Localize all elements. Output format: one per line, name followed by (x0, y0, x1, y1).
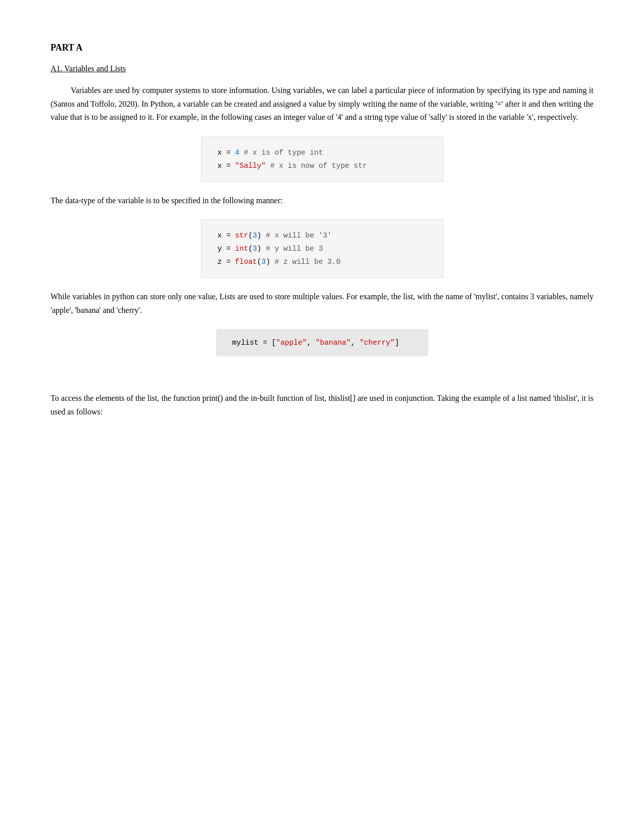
code-line-3: x = str(3) # x will be '3' (218, 229, 427, 242)
code-line-4: y = int(3) # y will be 3 (218, 242, 427, 255)
code-mylist-bracket-open: [ (272, 339, 276, 347)
code-paren-open-3: ( (257, 258, 262, 266)
code-number-3b: 3 (253, 245, 257, 253)
paragraph-4: To access the elements of the list, the … (51, 392, 593, 419)
code-func-float: float (235, 258, 257, 266)
code-line-5: z = float(3) # z will be 3.0 (218, 255, 427, 268)
code-mylist-banana: "banana" (316, 339, 351, 347)
code-string-sally: "Sally" (235, 162, 266, 170)
code-var-x3: x (218, 231, 222, 240)
section-heading: A1. Variables and Lists (51, 62, 593, 75)
code-comment-5: # z will be 3.0 (270, 258, 340, 266)
code-block-1: x = 4 # x is of type int x = "Sally" # x… (201, 136, 443, 182)
code-number-4: 4 (235, 149, 239, 157)
code-line-2: x = "Sally" # x is now of type str (218, 159, 427, 172)
code-mylist-bracket-close: ] (395, 339, 400, 347)
code-comment-1: # x is of type int (239, 149, 323, 157)
code-var-y: y (218, 245, 222, 253)
code-block-2: x = str(3) # x will be '3' y = int(3) # … (201, 219, 443, 278)
code-op-2: = (222, 162, 235, 170)
code-block-3: mylist = ["apple", "banana", "cherry"] (216, 329, 428, 356)
code-var-z: z (218, 258, 222, 266)
code-comment-3: # x will be '3' (262, 231, 332, 240)
code-comment-2: # x is now of type str (266, 162, 367, 170)
code-paren-close-3: ) (266, 258, 270, 266)
code-func-str: str (235, 231, 248, 240)
code-op-1: = (222, 149, 235, 157)
part-title: PART A (51, 40, 593, 55)
paragraph-1: Variables are used by computer systems t… (51, 84, 593, 124)
code-op-4: = (222, 245, 235, 253)
code-comment-4: # y will be 3 (262, 245, 323, 253)
paragraph-2: The data-type of the variable is to be s… (51, 194, 593, 207)
code-mylist-var: mylist (232, 339, 259, 347)
code-paren-open-2: ( (248, 245, 253, 253)
code-mylist-apple: "apple" (276, 339, 307, 347)
code-mylist-cherry: "cherry" (360, 339, 395, 347)
code-func-int: int (235, 245, 248, 253)
code-paren-close-2: ) (257, 245, 262, 253)
code-number-3c: 3 (262, 258, 266, 266)
code-number-3a: 3 (253, 231, 257, 240)
paragraph-3: While variables in python can store only… (51, 290, 593, 317)
code-paren-close-1: ) (257, 231, 262, 240)
code-op-3: = (222, 231, 235, 240)
code-op-5: = (222, 258, 235, 266)
code-var-x2: x (218, 162, 222, 170)
code-mylist-comma2: , (351, 339, 359, 347)
code-var-x1: x (218, 149, 222, 157)
code-line-1: x = 4 # x is of type int (218, 146, 427, 159)
code-mylist-comma1: , (307, 339, 315, 347)
code-paren-open-1: ( (248, 231, 253, 240)
code-mylist-op: = (259, 339, 272, 347)
